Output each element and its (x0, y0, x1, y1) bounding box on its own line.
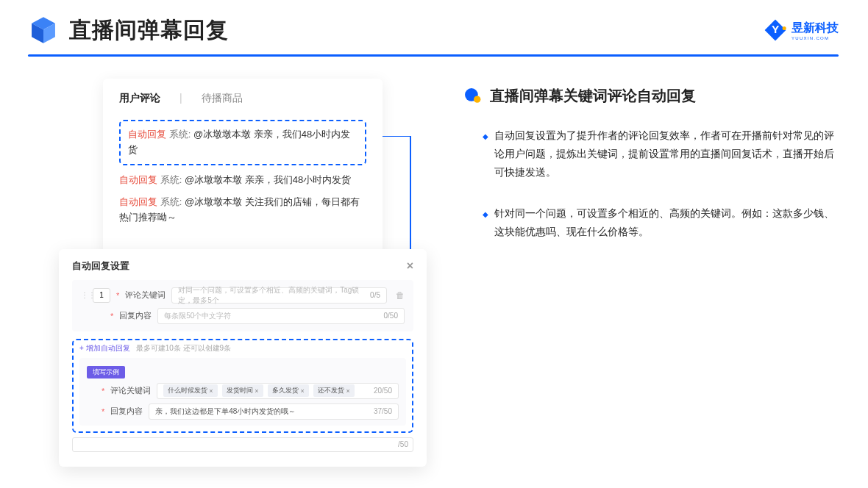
close-icon[interactable]: × (407, 259, 413, 273)
right-title: 直播间弹幕关键词评论自动回复 (490, 86, 696, 106)
brand-mark-icon: Y (764, 18, 787, 42)
cube-icon (28, 15, 59, 46)
system-label: 系统: (160, 196, 182, 207)
required-star: * (116, 291, 119, 300)
settings-title: 自动回复设置 (72, 259, 129, 273)
comments-tabs: 用户评论 | 待播商品 (119, 92, 366, 110)
content-counter: 0/50 (384, 312, 398, 320)
settings-panel: 自动回复设置 × ⋮⋮ 1 * 评论关键词 对同一个问题，可设置多个相近、高频的… (59, 249, 427, 467)
highlighted-comment: 自动回复 系统: @冰墩墩本墩 亲亲，我们48小时内发货 (119, 120, 366, 165)
svg-point-7 (474, 96, 480, 102)
auto-reply-tag: 自动回复 (119, 196, 157, 207)
auto-reply-tag: 自动回复 (119, 174, 157, 185)
keyword-input[interactable]: 对同一个问题，可设置多个相近、高频的关键词，Tag锁定，最多5个 0/5 (171, 287, 387, 304)
ex-keyword-input[interactable]: 什么时候发货× 发货时间× 多久发货× 还不发货× 20/50 (157, 383, 399, 399)
add-reply-button[interactable]: + 增加自动回复 (79, 343, 130, 354)
bullet-item: ◆ 针对同一个问题，可设置多个相近的、高频的关键词。例如：这款多少钱、这块能优惠… (463, 204, 839, 241)
example-badge: 填写示例 (87, 366, 125, 378)
content-row: * 回复内容 每条限50个中文字符 0/50 (81, 308, 405, 324)
auto-reply-tag: 自动回复 (128, 129, 166, 140)
left-column: 用户评论 | 待播商品 自动回复 系统: @冰墩墩本墩 亲亲，我们48小时内发货… (29, 79, 427, 467)
keyword-placeholder: 对同一个问题，可设置多个相近、高频的关键词，Tag锁定，最多5个 (178, 285, 370, 306)
keyword-counter: 0/5 (370, 291, 380, 299)
svg-point-5 (783, 26, 786, 30)
system-label: 系统: (160, 174, 182, 185)
svg-text:Y: Y (772, 23, 779, 35)
diamond-icon: ◆ (483, 130, 488, 182)
add-line: + 增加自动回复 最多可建10条 还可以创建9条 (79, 343, 406, 354)
ex-content-label: 回复内容 (110, 406, 143, 417)
page-title: 直播间弹幕回复 (69, 15, 229, 46)
tag-chip[interactable]: 什么时候发货× (163, 384, 217, 397)
system-label: 系统: (169, 129, 191, 140)
required-star: * (102, 387, 104, 395)
ex-tags: 什么时候发货× 发货时间× 多久发货× 还不发货× (163, 384, 357, 397)
keyword-label: 评论关键词 (125, 290, 166, 301)
comment-row: 自动回复 系统: @冰墩墩本墩 亲亲，我们48小时内发货 (119, 173, 366, 188)
example-keyword-row: * 评论关键词 什么时候发货× 发货时间× 多久发货× 还不发货× 20/50 (87, 383, 399, 399)
required-star: * (102, 407, 104, 416)
tag-chip[interactable]: 多久发货× (268, 384, 308, 397)
add-hint: 最多可建10条 还可以创建9条 (136, 343, 231, 354)
header: 直播间弹幕回复 Y 昱新科技 YUUXIN.COM (0, 0, 868, 46)
comments-panel: 用户评论 | 待播商品 自动回复 系统: @冰墩墩本墩 亲亲，我们48小时内发货… (103, 79, 383, 255)
settings-header: 自动回复设置 × (72, 259, 413, 273)
ex-content-counter: 37/50 (374, 407, 392, 415)
content-label: 回复内容 (119, 310, 152, 321)
keyword-row: ⋮⋮ 1 * 评论关键词 对同一个问题，可设置多个相近、高频的关键词，Tag锁定… (81, 287, 405, 304)
bullet-item: ◆ 自动回复设置为了提升作者的评论回复效率，作者可在开播前针对常见的评论用户问题… (463, 126, 839, 182)
brand-text-wrap: 昱新科技 YUUXIN.COM (791, 21, 839, 40)
extra-input[interactable]: /50 (72, 437, 413, 452)
brand-logo: Y 昱新科技 YUUXIN.COM (764, 18, 839, 42)
extra-counter: /50 (398, 440, 408, 448)
comment-text: @冰墩墩本墩 亲亲，我们48小时内发货 (185, 174, 351, 185)
setting-card: ⋮⋮ 1 * 评论关键词 对同一个问题，可设置多个相近、高频的关键词，Tag锁定… (72, 280, 413, 331)
delete-icon[interactable]: 🗑 (396, 290, 405, 301)
tab-products[interactable]: 待播商品 (202, 92, 243, 110)
right-heading: 直播间弹幕关键词评论自动回复 (463, 86, 839, 106)
bubble-icon (463, 87, 483, 106)
right-column: 直播间弹幕关键词评论自动回复 ◆ 自动回复设置为了提升作者的评论回复效率，作者可… (463, 79, 839, 467)
comment-row: 自动回复 系统: @冰墩墩本墩 关注我们的店铺，每日都有热门推荐呦～ (119, 195, 366, 226)
example-card: 填写示例 * 评论关键词 什么时候发货× 发货时间× 多久发货× 还不发货× 2… (79, 358, 406, 426)
example-content-row: * 回复内容 亲，我们这边都是下单48小时内发货的哦～ 37/50 (87, 403, 399, 420)
content-placeholder: 每条限50个中文字符 (164, 311, 231, 321)
header-left: 直播间弹幕回复 (28, 15, 229, 46)
tag-chip[interactable]: 发货时间× (222, 384, 263, 397)
ex-kw-counter: 20/50 (374, 387, 392, 395)
brand-sub: YUUXIN.COM (791, 36, 839, 40)
tab-comments[interactable]: 用户评论 (119, 92, 160, 110)
required-star: * (110, 312, 113, 320)
bullet-text: 自动回复设置为了提升作者的评论回复效率，作者可在开播前针对常见的评论用户问题，提… (494, 126, 839, 182)
bullet-list: ◆ 自动回复设置为了提升作者的评论回复效率，作者可在开播前针对常见的评论用户问题… (463, 126, 839, 241)
content-input[interactable]: 每条限50个中文字符 0/50 (157, 308, 405, 324)
example-block: + 增加自动回复 最多可建10条 还可以创建9条 填写示例 * 评论关键词 什么… (72, 339, 413, 433)
tag-chip[interactable]: 还不发货× (313, 384, 354, 397)
index-box: 1 (93, 288, 110, 303)
tab-divider: | (179, 92, 182, 110)
bullet-text: 针对同一个问题，可设置多个相近的、高频的关键词。例如：这款多少钱、这块能优惠吗、… (494, 204, 839, 241)
ex-keyword-label: 评论关键词 (110, 385, 151, 396)
drag-icon[interactable]: ⋮⋮ (81, 291, 87, 299)
comment-row: 自动回复 系统: @冰墩墩本墩 亲亲，我们48小时内发货 (128, 127, 357, 158)
ex-content-input[interactable]: 亲，我们这边都是下单48小时内发货的哦～ 37/50 (149, 403, 399, 420)
diamond-icon: ◆ (483, 208, 488, 241)
brand-name: 昱新科技 (791, 21, 839, 36)
ex-content-text: 亲，我们这边都是下单48小时内发货的哦～ (155, 406, 296, 417)
main-content: 用户评论 | 待播商品 自动回复 系统: @冰墩墩本墩 亲亲，我们48小时内发货… (0, 57, 868, 467)
